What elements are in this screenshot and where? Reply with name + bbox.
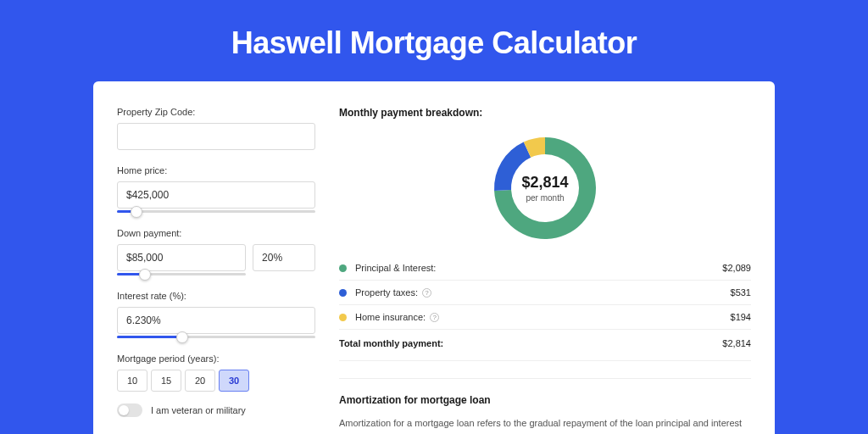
form-panel: Property Zip Code: Home price: Down paym… — [93, 107, 339, 434]
home-price-slider[interactable] — [117, 210, 315, 213]
amortization-section: Amortization for mortgage loan Amortizat… — [339, 378, 751, 434]
down-payment-amount-input[interactable] — [117, 244, 246, 271]
donut-center: $2,814 per month — [491, 134, 599, 242]
help-icon[interactable]: ? — [422, 288, 431, 298]
down-payment-slider[interactable] — [117, 273, 246, 275]
zip-label: Property Zip Code: — [117, 107, 315, 117]
period-field-group: Mortgage period (years): 10152030 — [117, 353, 315, 392]
down-payment-slider-thumb[interactable] — [139, 269, 151, 281]
legend-label: Property taxes:? — [355, 287, 731, 298]
total-label: Total monthly payment: — [339, 338, 722, 348]
interest-slider-thumb[interactable] — [176, 331, 188, 343]
period-option-30[interactable]: 30 — [219, 370, 249, 392]
donut-per-month-label: per month — [526, 193, 564, 203]
zip-field-group: Property Zip Code: — [117, 107, 315, 150]
home-price-slider-thumb[interactable] — [131, 206, 142, 218]
total-row: Total monthly payment: $2,814 — [339, 330, 751, 361]
toggle-knob — [119, 405, 129, 415]
donut-amount: $2,814 — [521, 174, 568, 192]
interest-field-group: Interest rate (%): — [117, 291, 315, 338]
page-title: Haswell Mortgage Calculator — [0, 0, 868, 81]
legend-value: $531 — [731, 287, 751, 298]
period-option-15[interactable]: 15 — [151, 370, 181, 392]
donut-chart-wrap: $2,814 per month — [339, 129, 751, 256]
legend: Principal & Interest:$2,089Property taxe… — [339, 256, 751, 330]
interest-input[interactable] — [117, 307, 315, 334]
amortization-title: Amortization for mortgage loan — [339, 394, 751, 406]
home-price-label: Home price: — [117, 165, 315, 175]
veteran-toggle-row: I am veteran or military — [117, 403, 315, 417]
calculator-card: Property Zip Code: Home price: Down paym… — [93, 81, 775, 434]
home-price-input[interactable] — [117, 181, 315, 209]
legend-dot — [339, 289, 347, 297]
period-option-20[interactable]: 20 — [185, 370, 215, 392]
legend-row: Home insurance:?$194 — [339, 305, 751, 330]
legend-row: Principal & Interest:$2,089 — [339, 256, 751, 281]
legend-label: Principal & Interest: — [355, 263, 722, 273]
amortization-body: Amortization for a mortgage loan refers … — [339, 416, 751, 434]
legend-label: Home insurance:? — [355, 312, 731, 322]
home-price-field-group: Home price: — [117, 165, 315, 213]
legend-value: $2,089 — [722, 263, 751, 273]
legend-row: Property taxes:?$531 — [339, 281, 751, 305]
legend-dot — [339, 314, 347, 321]
period-option-10[interactable]: 10 — [117, 370, 147, 392]
down-payment-field-group: Down payment: — [117, 228, 315, 275]
period-label: Mortgage period (years): — [117, 353, 315, 364]
help-icon[interactable]: ? — [430, 313, 439, 322]
interest-slider[interactable] — [117, 336, 315, 338]
breakdown-title: Monthly payment breakdown: — [339, 107, 751, 119]
legend-dot — [339, 264, 347, 272]
breakdown-panel: Monthly payment breakdown: $2,814 per mo… — [339, 107, 775, 434]
veteran-toggle[interactable] — [117, 403, 142, 417]
total-value: $2,814 — [722, 338, 751, 348]
veteran-label: I am veteran or military — [151, 405, 246, 415]
donut-chart: $2,814 per month — [491, 134, 599, 242]
down-payment-label: Down payment: — [117, 228, 315, 238]
interest-label: Interest rate (%): — [117, 291, 315, 301]
zip-input[interactable] — [117, 123, 315, 150]
down-payment-pct-input[interactable] — [253, 244, 315, 271]
legend-value: $194 — [731, 312, 751, 322]
